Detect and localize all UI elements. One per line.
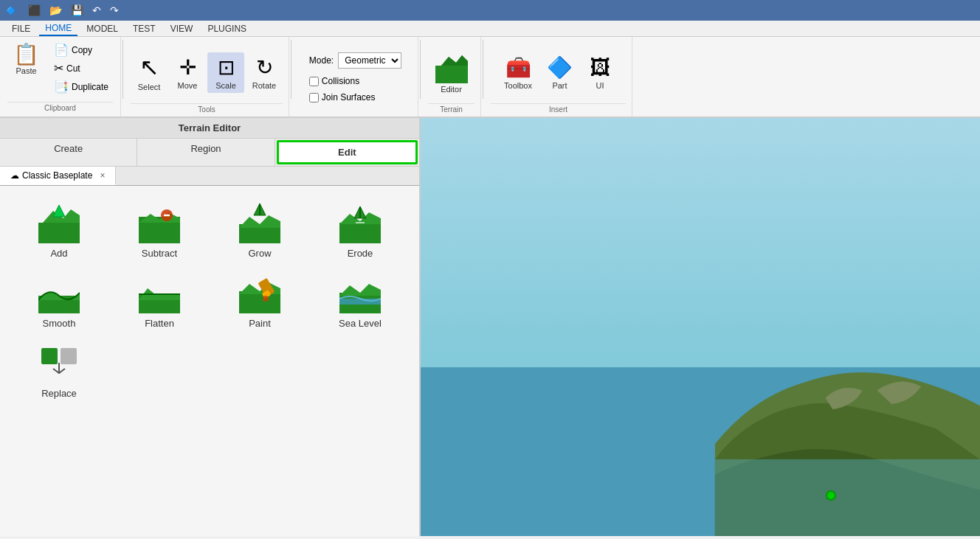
cut-icon: ✂ (54, 61, 63, 75)
part-icon: 🔷 (547, 55, 573, 80)
qa-undo-button[interactable]: ↶ (89, 3, 104, 18)
tool-subtract[interactable]: Subtract (112, 198, 207, 262)
cloud-icon: ☁ (10, 170, 19, 181)
tool-erode[interactable]: Erode (313, 198, 407, 262)
tool-grow[interactable]: Grow (213, 198, 307, 262)
mode-section: Mode: Geometric Physical Collisions Join… (293, 37, 418, 117)
rotate-button[interactable]: ↻ Rotate (246, 52, 283, 93)
menu-view[interactable]: VIEW (165, 22, 199, 35)
tool-sealevel[interactable]: Sea Level (313, 268, 407, 332)
tool-replace-icon (37, 341, 81, 385)
svg-rect-21 (339, 299, 381, 305)
cut-button[interactable]: ✂ Cut (49, 60, 113, 77)
menu-home[interactable]: HOME (39, 21, 77, 36)
terrain-editor-label: Editor (441, 85, 462, 94)
tool-smooth[interactable]: Smooth (12, 268, 106, 332)
scale-icon: ⊡ (218, 55, 235, 80)
select-icon: ↖ (139, 53, 159, 81)
qa-save-button[interactable]: 💾 (68, 3, 86, 18)
svg-marker-2 (53, 205, 65, 217)
duplicate-label: Duplicate (72, 82, 108, 92)
terrain-section-label: Terrain (428, 103, 475, 114)
tool-replace[interactable]: Replace (12, 338, 106, 402)
qa-new-button[interactable]: ⬛ (25, 3, 44, 18)
terrain-section: Editor Terrain (422, 37, 481, 117)
tool-add[interactable]: Add (12, 198, 106, 262)
copy-button[interactable]: 📄 Copy (49, 41, 113, 58)
tool-grow-icon (238, 201, 282, 245)
ui-button[interactable]: 🖼 UI (582, 52, 618, 93)
divider-4 (483, 40, 483, 99)
clipboard-label: Clipboard (7, 102, 113, 112)
tool-grow-label: Grow (248, 248, 271, 259)
tool-paint-label: Paint (249, 318, 271, 329)
duplicate-button[interactable]: 📑 Duplicate (49, 78, 113, 95)
paste-icon: 📋 (13, 44, 39, 65)
move-button[interactable]: ✛ Move (169, 52, 206, 93)
mode-row: Mode: Geometric Physical (309, 52, 401, 69)
svg-rect-16 (239, 291, 280, 313)
terrain-tools-grid: Add Subtract (0, 186, 419, 414)
svg-rect-9 (339, 223, 381, 243)
tool-flatten-icon (137, 271, 182, 315)
join-surfaces-row: Join Surfaces (309, 92, 401, 102)
ui-icon: 🖼 (590, 55, 610, 80)
tool-subtract-icon (137, 201, 182, 245)
qa-redo-button[interactable]: ↷ (107, 3, 122, 18)
terrain-editor-panel: Terrain Editor Create Region Edit ☁ Clas… (0, 118, 421, 536)
divider-2 (291, 40, 291, 99)
move-icon: ✛ (179, 55, 196, 80)
tool-smooth-icon (37, 271, 81, 315)
part-button[interactable]: 🔷 Part (541, 52, 579, 93)
menu-plugins[interactable]: PLUGINS (201, 22, 252, 35)
viewport-tab-classic[interactable]: ☁ Classic Baseplate × (0, 167, 116, 185)
menu-model[interactable]: MODEL (80, 22, 124, 35)
qa-open-button[interactable]: 📂 (46, 3, 65, 18)
terrain-editor-icon (435, 51, 468, 83)
toolbox-icon: 🧰 (505, 55, 531, 80)
viewport[interactable] (421, 118, 980, 536)
menu-test[interactable]: TEST (127, 22, 162, 35)
scale-button[interactable]: ⊡ Scale (207, 52, 244, 93)
toolbox-label: Toolbox (504, 81, 532, 90)
app-logo: 🔷 (6, 6, 16, 15)
terrain-editor-title: Terrain Editor (0, 118, 419, 139)
rotate-icon: ↻ (256, 55, 273, 80)
select-button[interactable]: ↖ Select (131, 50, 168, 94)
tool-erode-icon (338, 201, 382, 245)
terrain-tab-edit[interactable]: Edit (277, 140, 418, 164)
tool-flatten-label: Flatten (145, 318, 174, 329)
copy-icon: 📄 (54, 43, 69, 57)
mode-dropdown[interactable]: Geometric Physical (338, 52, 401, 69)
toolbox-button[interactable]: 🧰 Toolbox (498, 52, 538, 93)
tool-sealevel-label: Sea Level (339, 318, 382, 329)
terrain-editor-button[interactable]: Editor (429, 48, 474, 97)
svg-rect-23 (61, 348, 77, 364)
green-indicator-dot (826, 490, 836, 501)
rotate-label: Rotate (252, 81, 276, 90)
terrain-tab-create[interactable]: Create (0, 139, 137, 166)
select-label: Select (138, 83, 161, 91)
menu-file[interactable]: FILE (6, 22, 36, 35)
duplicate-icon: 📑 (54, 80, 69, 94)
tool-replace-label: Replace (41, 388, 77, 399)
divider-1 (122, 40, 123, 99)
join-surfaces-checkbox[interactable] (309, 93, 319, 102)
tool-flatten[interactable]: Flatten (112, 268, 207, 332)
terrain-tab-region[interactable]: Region (137, 139, 275, 166)
tools-section-label: Tools (131, 103, 283, 114)
quick-access-toolbar: 🔷 ⬛ 📂 💾 ↶ ↷ (0, 0, 980, 21)
svg-point-19 (263, 296, 269, 302)
collisions-row: Collisions (309, 76, 401, 86)
collisions-checkbox[interactable] (309, 77, 319, 86)
tab-close-button[interactable]: × (100, 170, 105, 181)
collisions-label: Collisions (322, 76, 359, 86)
tool-subtract-label: Subtract (142, 248, 177, 259)
svg-rect-26 (715, 459, 980, 536)
paste-button[interactable]: 📋 Paste (7, 41, 45, 78)
menu-bar: FILE HOME MODEL TEST VIEW PLUGINS (0, 21, 980, 37)
tool-paint[interactable]: Paint (213, 268, 307, 332)
join-surfaces-label: Join Surfaces (322, 92, 376, 102)
svg-rect-22 (41, 348, 58, 364)
tool-add-label: Add (50, 248, 67, 259)
